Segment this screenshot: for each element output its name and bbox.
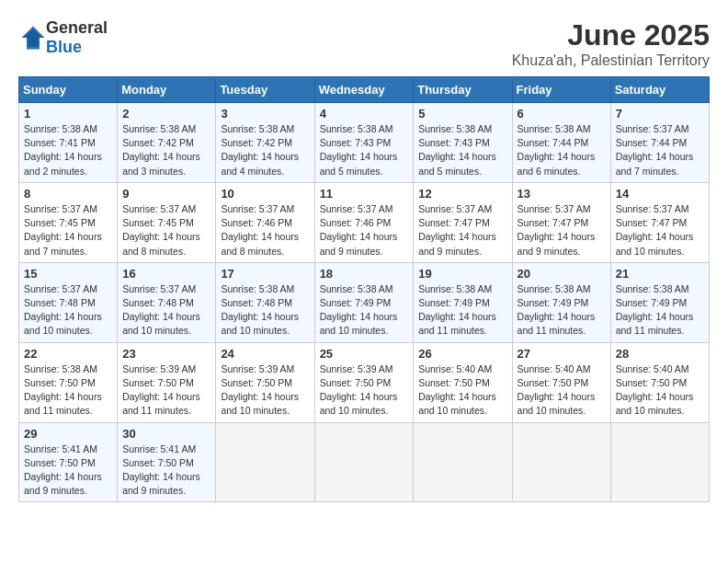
sunrise-label: Sunrise: 5:38 AM bbox=[616, 283, 689, 294]
sunset-label: Sunset: 7:50 PM bbox=[122, 457, 194, 468]
sunrise-label: Sunrise: 5:39 AM bbox=[221, 363, 294, 374]
header-wednesday: Wednesday bbox=[314, 77, 414, 103]
sunset-label: Sunset: 7:49 PM bbox=[418, 297, 490, 308]
sunset-label: Sunset: 7:43 PM bbox=[418, 137, 490, 148]
header-monday: Monday bbox=[118, 77, 216, 103]
sunset-label: Sunset: 7:46 PM bbox=[320, 217, 392, 228]
sunrise-label: Sunrise: 5:37 AM bbox=[518, 203, 591, 214]
day-number: 1 bbox=[24, 107, 112, 121]
daylight-label: Daylight: 14 hours and 10 minutes. bbox=[418, 391, 496, 416]
day-info: Sunrise: 5:40 AM Sunset: 7:50 PM Dayligh… bbox=[616, 362, 704, 419]
daylight-label: Daylight: 14 hours and 6 minutes. bbox=[518, 151, 596, 176]
day-info: Sunrise: 5:41 AM Sunset: 7:50 PM Dayligh… bbox=[24, 442, 112, 499]
daylight-label: Daylight: 14 hours and 5 minutes. bbox=[418, 151, 496, 176]
day-info: Sunrise: 5:38 AM Sunset: 7:50 PM Dayligh… bbox=[24, 362, 112, 419]
sunset-label: Sunset: 7:48 PM bbox=[221, 297, 292, 308]
day-number: 16 bbox=[122, 267, 210, 281]
day-number: 17 bbox=[221, 267, 309, 281]
daylight-label: Daylight: 14 hours and 8 minutes. bbox=[122, 231, 200, 256]
header-friday: Friday bbox=[512, 77, 610, 103]
page-subtitle: Khuza'ah, Palestinian Territory bbox=[512, 52, 710, 69]
sunset-label: Sunset: 7:48 PM bbox=[24, 297, 96, 308]
day-info: Sunrise: 5:38 AM Sunset: 7:48 PM Dayligh… bbox=[221, 282, 309, 339]
day-info: Sunrise: 5:38 AM Sunset: 7:49 PM Dayligh… bbox=[616, 282, 704, 339]
calendar-week-row: 8 Sunrise: 5:37 AM Sunset: 7:45 PM Dayli… bbox=[19, 182, 710, 262]
calendar-day-cell: 5 Sunrise: 5:38 AM Sunset: 7:43 PM Dayli… bbox=[414, 103, 512, 183]
calendar-day-cell: 10 Sunrise: 5:37 AM Sunset: 7:46 PM Dayl… bbox=[216, 182, 314, 262]
calendar-day-cell: 29 Sunrise: 5:41 AM Sunset: 7:50 PM Dayl… bbox=[19, 422, 118, 502]
sunset-label: Sunset: 7:50 PM bbox=[221, 377, 292, 388]
sunrise-label: Sunrise: 5:41 AM bbox=[24, 443, 97, 454]
sunset-label: Sunset: 7:47 PM bbox=[418, 217, 490, 228]
calendar-day-cell: 3 Sunrise: 5:38 AM Sunset: 7:42 PM Dayli… bbox=[216, 103, 314, 183]
calendar-day-cell: 27 Sunrise: 5:40 AM Sunset: 7:50 PM Dayl… bbox=[512, 342, 610, 422]
calendar-day-cell bbox=[314, 422, 414, 502]
day-number: 19 bbox=[418, 267, 506, 281]
day-info: Sunrise: 5:37 AM Sunset: 7:48 PM Dayligh… bbox=[24, 282, 112, 339]
calendar-day-cell: 23 Sunrise: 5:39 AM Sunset: 7:50 PM Dayl… bbox=[118, 342, 216, 422]
sunset-label: Sunset: 7:47 PM bbox=[616, 217, 688, 228]
sunset-label: Sunset: 7:49 PM bbox=[320, 297, 392, 308]
day-number: 3 bbox=[221, 107, 309, 121]
calendar-day-cell: 30 Sunrise: 5:41 AM Sunset: 7:50 PM Dayl… bbox=[118, 422, 216, 502]
day-number: 9 bbox=[122, 187, 210, 201]
daylight-label: Daylight: 14 hours and 2 minutes. bbox=[24, 151, 102, 176]
calendar-day-cell: 24 Sunrise: 5:39 AM Sunset: 7:50 PM Dayl… bbox=[216, 342, 314, 422]
daylight-label: Daylight: 14 hours and 9 minutes. bbox=[24, 471, 102, 496]
calendar-day-cell bbox=[414, 422, 512, 502]
sunrise-label: Sunrise: 5:39 AM bbox=[320, 363, 393, 374]
day-info: Sunrise: 5:41 AM Sunset: 7:50 PM Dayligh… bbox=[122, 442, 210, 499]
day-number: 11 bbox=[320, 187, 409, 201]
sunset-label: Sunset: 7:42 PM bbox=[221, 137, 292, 148]
sunrise-label: Sunrise: 5:40 AM bbox=[418, 363, 492, 374]
day-number: 28 bbox=[616, 347, 704, 361]
calendar-table: Sunday Monday Tuesday Wednesday Thursday… bbox=[18, 76, 710, 502]
day-info: Sunrise: 5:38 AM Sunset: 7:42 PM Dayligh… bbox=[221, 122, 309, 178]
sunset-label: Sunset: 7:50 PM bbox=[320, 377, 392, 388]
daylight-label: Daylight: 14 hours and 11 minutes. bbox=[122, 391, 200, 416]
daylight-label: Daylight: 14 hours and 9 minutes. bbox=[418, 231, 496, 256]
day-number: 4 bbox=[320, 107, 409, 121]
sunset-label: Sunset: 7:50 PM bbox=[518, 377, 589, 388]
daylight-label: Daylight: 14 hours and 10 minutes. bbox=[320, 311, 398, 336]
sunrise-label: Sunrise: 5:40 AM bbox=[518, 363, 591, 374]
sunrise-label: Sunrise: 5:37 AM bbox=[418, 203, 492, 214]
calendar-day-cell bbox=[610, 422, 709, 502]
calendar-day-cell: 28 Sunrise: 5:40 AM Sunset: 7:50 PM Dayl… bbox=[610, 342, 709, 422]
day-number: 20 bbox=[518, 267, 606, 281]
day-info: Sunrise: 5:38 AM Sunset: 7:49 PM Dayligh… bbox=[518, 282, 606, 339]
sunrise-label: Sunrise: 5:38 AM bbox=[320, 123, 393, 134]
sunrise-label: Sunrise: 5:38 AM bbox=[418, 123, 492, 134]
sunset-label: Sunset: 7:49 PM bbox=[518, 297, 589, 308]
calendar-day-cell bbox=[512, 422, 610, 502]
daylight-label: Daylight: 14 hours and 10 minutes. bbox=[320, 391, 398, 416]
calendar-day-cell: 15 Sunrise: 5:37 AM Sunset: 7:48 PM Dayl… bbox=[19, 262, 118, 342]
day-info: Sunrise: 5:40 AM Sunset: 7:50 PM Dayligh… bbox=[418, 362, 506, 419]
day-info: Sunrise: 5:39 AM Sunset: 7:50 PM Dayligh… bbox=[122, 362, 210, 419]
sunset-label: Sunset: 7:42 PM bbox=[122, 137, 194, 148]
sunset-label: Sunset: 7:49 PM bbox=[616, 297, 688, 308]
sunset-label: Sunset: 7:45 PM bbox=[122, 217, 194, 228]
calendar-day-cell: 22 Sunrise: 5:38 AM Sunset: 7:50 PM Dayl… bbox=[19, 342, 118, 422]
sunrise-label: Sunrise: 5:38 AM bbox=[24, 123, 97, 134]
day-info: Sunrise: 5:37 AM Sunset: 7:46 PM Dayligh… bbox=[320, 202, 409, 259]
day-number: 5 bbox=[418, 107, 506, 121]
day-info: Sunrise: 5:37 AM Sunset: 7:45 PM Dayligh… bbox=[122, 202, 210, 259]
day-number: 10 bbox=[221, 187, 309, 201]
day-info: Sunrise: 5:38 AM Sunset: 7:49 PM Dayligh… bbox=[418, 282, 506, 339]
header-saturday: Saturday bbox=[610, 77, 709, 103]
day-info: Sunrise: 5:38 AM Sunset: 7:43 PM Dayligh… bbox=[320, 122, 409, 178]
sunset-label: Sunset: 7:50 PM bbox=[24, 457, 96, 468]
calendar-day-cell: 7 Sunrise: 5:37 AM Sunset: 7:44 PM Dayli… bbox=[610, 103, 709, 183]
daylight-label: Daylight: 14 hours and 9 minutes. bbox=[122, 471, 200, 496]
sunrise-label: Sunrise: 5:38 AM bbox=[418, 283, 492, 294]
daylight-label: Daylight: 14 hours and 11 minutes. bbox=[518, 311, 596, 336]
title-block: June 2025 Khuza'ah, Palestinian Territor… bbox=[512, 18, 710, 69]
sunrise-label: Sunrise: 5:37 AM bbox=[221, 203, 294, 214]
day-number: 12 bbox=[418, 187, 506, 201]
calendar-day-cell: 6 Sunrise: 5:38 AM Sunset: 7:44 PM Dayli… bbox=[512, 103, 610, 183]
sunrise-label: Sunrise: 5:37 AM bbox=[616, 123, 689, 134]
daylight-label: Daylight: 14 hours and 10 minutes. bbox=[616, 231, 694, 256]
calendar-day-cell: 21 Sunrise: 5:38 AM Sunset: 7:49 PM Dayl… bbox=[610, 262, 709, 342]
daylight-label: Daylight: 14 hours and 7 minutes. bbox=[616, 151, 694, 176]
